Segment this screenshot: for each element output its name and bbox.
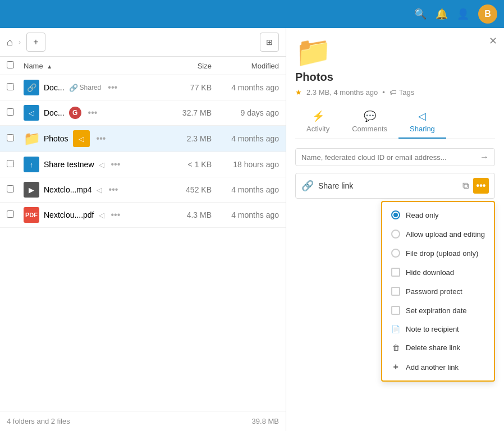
delete-link-label: Delete share link (406, 343, 460, 352)
file-modified: 4 months ago (212, 210, 279, 219)
tab-sharing[interactable]: ◁ Sharing (398, 106, 446, 139)
table-row[interactable]: ◁ Doc... G ••• 32.7 MB 9 days ago (0, 100, 286, 126)
file-drop-radio[interactable] (391, 249, 400, 258)
read-only-label: Read only (406, 211, 439, 219)
table-row[interactable]: PDF Nextclou....pdf ◁ ••• 4.3 MB 4 month… (0, 203, 286, 228)
dropdown-item-add-link[interactable]: + Add another link (382, 357, 494, 377)
row-checkbox[interactable] (7, 108, 14, 116)
share-link-item[interactable]: 🔗 Share link ⧉ ••• (295, 173, 495, 199)
note-label: Note to recipient (406, 325, 459, 333)
dropdown-item-file-drop[interactable]: File drop (upload only) (382, 244, 494, 263)
share-icon[interactable]: ◁ (99, 161, 104, 169)
file-size: 2.3 MB (155, 134, 212, 143)
size-column-header: Size (155, 62, 212, 70)
file-size: < 1 KB (155, 160, 212, 169)
folder-name: Photos (295, 71, 333, 84)
expiration-date-label: Set expiration date (406, 306, 466, 315)
topbar: 🔍 🔔 👤 B (0, 0, 504, 28)
add-link-label: Add another link (406, 363, 459, 372)
share-input[interactable] (301, 153, 480, 162)
row-more-button[interactable]: ••• (106, 82, 120, 93)
delete-icon: 🗑 (391, 343, 400, 352)
tab-sharing-label: Sharing (410, 125, 435, 133)
star-icon[interactable]: ★ (295, 88, 302, 97)
row-checkbox[interactable] (7, 160, 14, 167)
row-more-button[interactable]: ••• (86, 108, 100, 118)
row-more-button[interactable]: ••• (94, 134, 108, 144)
copy-link-button[interactable]: ⧉ (462, 181, 469, 191)
dropdown-item-read-only[interactable]: Read only (382, 205, 494, 224)
tab-comments[interactable]: 💬 Comments (341, 106, 398, 139)
grid-view-button[interactable]: ⊞ (260, 33, 279, 52)
user-avatar[interactable]: B (478, 4, 497, 24)
select-all-checkbox[interactable] (7, 61, 14, 68)
sharing-icon: ◁ (418, 110, 426, 122)
row-more-button[interactable]: ••• (109, 159, 123, 169)
dropdown-item-note[interactable]: 📄 Note to recipient (382, 320, 494, 338)
file-toolbar: ⌂ › + ⊞ (0, 28, 286, 57)
tags-button[interactable]: 🏷 Tags (390, 88, 414, 97)
folder-info: 📁 Photos ★ 2.3 MB, 4 months ago • 🏷 Tags (295, 37, 495, 97)
dropdown-item-password[interactable]: Password protect (382, 282, 494, 301)
file-name: Doc... (44, 83, 65, 92)
table-row[interactable]: 🔗 Doc... 🔗 Shared ••• 77 KB 4 months ago (0, 75, 286, 100)
plus-icon: + (33, 37, 38, 47)
file-name: Share testnew (44, 160, 94, 169)
row-more-button[interactable]: ••• (107, 185, 121, 195)
dropdown-item-expiration[interactable]: Set expiration date (382, 301, 494, 320)
file-drop-label: File drop (upload only) (406, 249, 478, 258)
share-link-more-button[interactable]: ••• (473, 178, 489, 194)
note-icon: 📄 (391, 325, 400, 333)
tags-label: Tags (399, 88, 414, 97)
name-column-header[interactable]: Name ▲ (24, 62, 155, 70)
separator: • (382, 88, 385, 97)
row-checkbox[interactable] (7, 134, 14, 141)
dropdown-item-delete[interactable]: 🗑 Delete share link (382, 338, 494, 357)
share-highlighted-button[interactable]: ◁ (73, 130, 90, 147)
tab-comments-label: Comments (352, 125, 387, 133)
row-checkbox[interactable] (7, 210, 14, 218)
tab-activity[interactable]: ⚡ Activity (295, 106, 341, 139)
add-file-button[interactable]: + (26, 33, 45, 52)
file-name: Nextclo...mp4 (44, 185, 92, 194)
file-icon-share: ◁ (24, 105, 39, 121)
folder-large-icon: 📁 (295, 37, 332, 66)
allow-upload-radio[interactable] (391, 230, 400, 239)
folder-size-date: 2.3 MB, 4 months ago (306, 88, 378, 97)
sort-icon: ▲ (47, 63, 52, 70)
read-only-radio[interactable] (391, 210, 400, 219)
file-modified: 4 months ago (212, 185, 279, 194)
contacts-icon[interactable]: 👤 (457, 8, 469, 20)
add-link-icon: + (391, 362, 400, 372)
file-modified: 4 months ago (212, 134, 279, 143)
hide-download-checkbox[interactable] (391, 268, 400, 277)
table-row[interactable]: 📁 Photos ◁ ••• 2.3 MB 4 months ago (0, 126, 286, 152)
file-icon-video: ▶ (24, 182, 39, 198)
home-breadcrumb[interactable]: ⌂ (7, 36, 13, 48)
notifications-icon[interactable]: 🔔 (436, 8, 448, 20)
password-protect-checkbox[interactable] (391, 287, 400, 296)
share-icon[interactable]: ◁ (97, 186, 102, 194)
share-link-badge: 🔗 Shared (69, 84, 102, 92)
tab-activity-label: Activity (306, 125, 329, 133)
expiration-date-checkbox[interactable] (391, 306, 400, 315)
table-row[interactable]: ▶ Nextclo...mp4 ◁ ••• 452 KB 4 months ag… (0, 177, 286, 203)
file-name: Doc... (44, 108, 65, 117)
main-content: ⌂ › + ⊞ Name ▲ Size Mo (0, 28, 504, 431)
total-size: 39.8 MB (252, 417, 279, 425)
file-name: Nextclou....pdf (44, 210, 94, 219)
comments-icon: 💬 (364, 110, 376, 122)
row-more-button[interactable]: ••• (109, 210, 123, 220)
link-icon: 🔗 (69, 84, 78, 92)
share-input-row[interactable]: → (295, 148, 495, 166)
row-checkbox[interactable] (7, 185, 14, 192)
share-input-arrow[interactable]: → (480, 152, 489, 162)
row-checkbox[interactable] (7, 83, 14, 90)
share-icon[interactable]: ◁ (99, 211, 104, 219)
close-button[interactable]: ✕ (489, 35, 497, 47)
dropdown-item-hide-download[interactable]: Hide download (382, 263, 494, 282)
dropdown-item-allow-upload[interactable]: Allow upload and editing (382, 224, 494, 244)
search-icon[interactable]: 🔍 (414, 8, 427, 20)
table-row[interactable]: ↑ Share testnew ◁ ••• < 1 KB 18 hours ag… (0, 152, 286, 177)
file-size: 4.3 MB (155, 210, 212, 219)
